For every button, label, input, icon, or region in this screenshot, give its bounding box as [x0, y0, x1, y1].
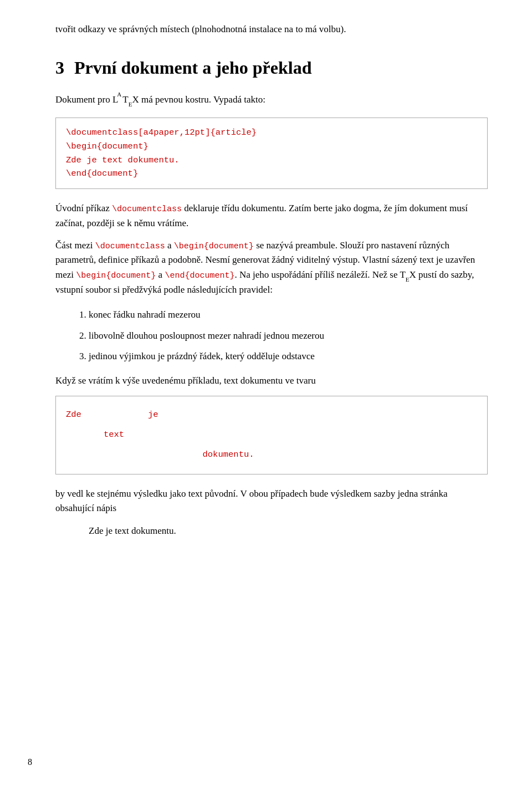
section-title: První dokument a jeho překlad — [74, 54, 311, 82]
inline-code-begin-document: \begin{document} — [174, 242, 254, 251]
list-item-2: libovolně dlouhou posloupnost mezer nahr… — [89, 328, 488, 343]
list-item-1: konec řádku nahradí mezerou — [89, 307, 488, 322]
code-line-4: \end{document} — [66, 167, 477, 181]
paragraph-after-code-2: by vedl ke stejnému výsledku jako text p… — [55, 487, 488, 516]
inline-code-documentclass-2: \documentclass — [95, 242, 165, 251]
paragraph-2: Část mezi \documentclass a \begin{docume… — [55, 238, 488, 297]
code-word-dokumentu: dokumentu. — [158, 447, 254, 463]
page: tvořit odkazy ve správných místech (plno… — [0, 0, 532, 786]
rules-list: konec řádku nahradí mezerou libovolně dl… — [89, 307, 488, 364]
code-block-2: Zde je text dokumentu. — [55, 396, 488, 474]
section-number: 3 — [55, 54, 64, 82]
paragraph-after-list: Když se vrátím k výše uvedenému příkladu… — [55, 374, 488, 388]
code-line-3: Zde je text dokumentu. — [66, 154, 477, 167]
list-item-3: jedinou výjimkou je prázdný řádek, který… — [89, 349, 488, 364]
code-word-je: je — [104, 407, 158, 427]
page-number: 8 — [28, 756, 32, 769]
code-line-2: \begin{document} — [66, 140, 477, 154]
section-heading: 3 První dokument a jeho překlad — [55, 54, 488, 82]
code-block-1: \documentclass[a4paper,12pt]{article} \b… — [55, 118, 488, 189]
code-word-text: text — [104, 427, 158, 447]
intro-paragraph: Dokument pro LATEX má pevnou kostru. Vyp… — [55, 92, 488, 108]
top-paragraph: tvořit odkazy ve správných místech (plno… — [55, 22, 488, 37]
inline-code-begin-doc-2: \begin{document} — [76, 271, 156, 280]
paragraph-1: Úvodní příkaz \documentclass deklaruje t… — [55, 201, 488, 231]
inline-code-documentclass: \documentclass — [112, 205, 182, 214]
indented-quote: Zde je text dokumentu. — [89, 524, 488, 538]
inline-code-end-document: \end{document} — [165, 271, 234, 280]
code-line-1: \documentclass[a4paper,12pt]{article} — [66, 126, 477, 140]
code-word-zde: Zde — [66, 407, 104, 427]
